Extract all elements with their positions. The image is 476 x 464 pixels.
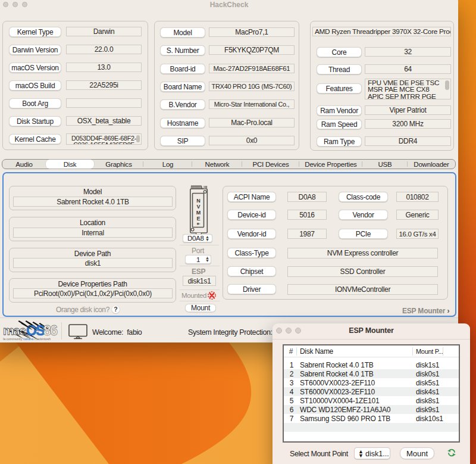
svg-text:mac: mac (3, 323, 26, 337)
svg-text:86: 86 (43, 323, 57, 338)
svg-text:V: V (196, 204, 200, 210)
svg-text:N: N (196, 198, 201, 204)
svg-text:OS: OS (26, 323, 45, 338)
svg-text:◉›: ◉› (196, 222, 200, 225)
svg-text:M: M (196, 210, 201, 216)
svg-text:E: E (196, 216, 200, 222)
svg-text:la community italiana Hackinto: la community italiana Hackintosh (3, 337, 51, 341)
